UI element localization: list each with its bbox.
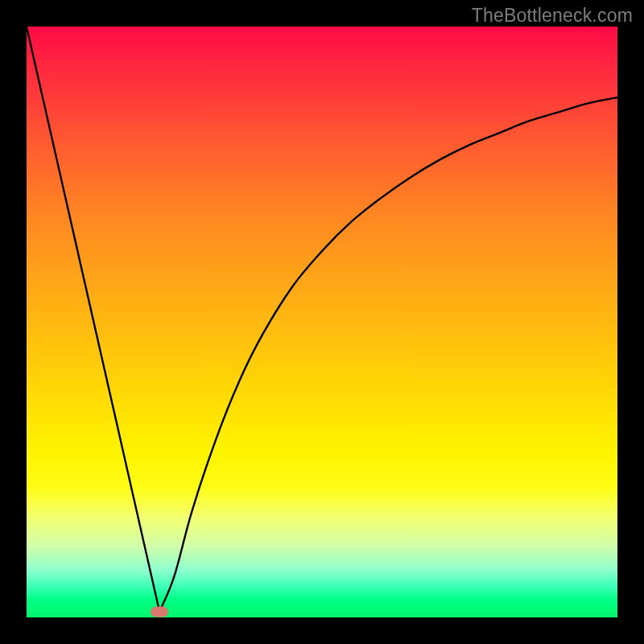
chart-plot-area [27, 27, 617, 617]
bottleneck-curve [27, 27, 617, 617]
watermark-text: TheBottleneck.com [472, 5, 633, 27]
optimum-marker [151, 606, 168, 617]
curve-left-branch [27, 27, 159, 612]
curve-right-branch [159, 97, 617, 612]
